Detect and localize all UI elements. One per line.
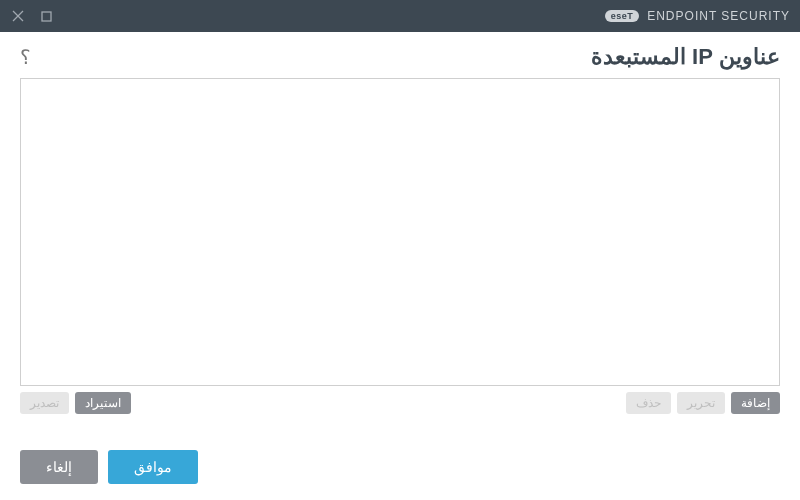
ok-button[interactable]: موافق — [108, 450, 198, 484]
export-button: تصدير — [20, 392, 69, 414]
add-button[interactable]: إضافة — [731, 392, 780, 414]
titlebar-controls — [10, 8, 54, 24]
content-area: ؟ عناوين IP المستبعدة تصدير استيراد حذف … — [0, 32, 800, 414]
header-row: ؟ عناوين IP المستبعدة — [20, 44, 780, 70]
cancel-button[interactable]: إلغاء — [20, 450, 98, 484]
delete-button: حذف — [626, 392, 671, 414]
close-icon — [12, 10, 24, 22]
ip-list[interactable] — [20, 78, 780, 386]
svg-rect-2 — [42, 12, 51, 21]
maximize-button[interactable] — [38, 8, 54, 24]
toolbar-right-group: حذف تحرير إضافة — [626, 392, 780, 414]
help-icon[interactable]: ؟ — [20, 45, 31, 69]
brand: eseT ENDPOINT SECURITY — [605, 9, 790, 23]
edit-button: تحرير — [677, 392, 725, 414]
import-button[interactable]: استيراد — [75, 392, 131, 414]
page-title: عناوين IP المستبعدة — [591, 44, 780, 70]
toolbar-left-group: تصدير استيراد — [20, 392, 131, 414]
titlebar: eseT ENDPOINT SECURITY — [0, 0, 800, 32]
list-toolbar: تصدير استيراد حذف تحرير إضافة — [20, 392, 780, 414]
close-button[interactable] — [10, 8, 26, 24]
maximize-icon — [41, 11, 52, 22]
brand-text: ENDPOINT SECURITY — [647, 9, 790, 23]
brand-badge: eseT — [605, 10, 640, 22]
dialog-footer: إلغاء موافق — [0, 434, 800, 500]
